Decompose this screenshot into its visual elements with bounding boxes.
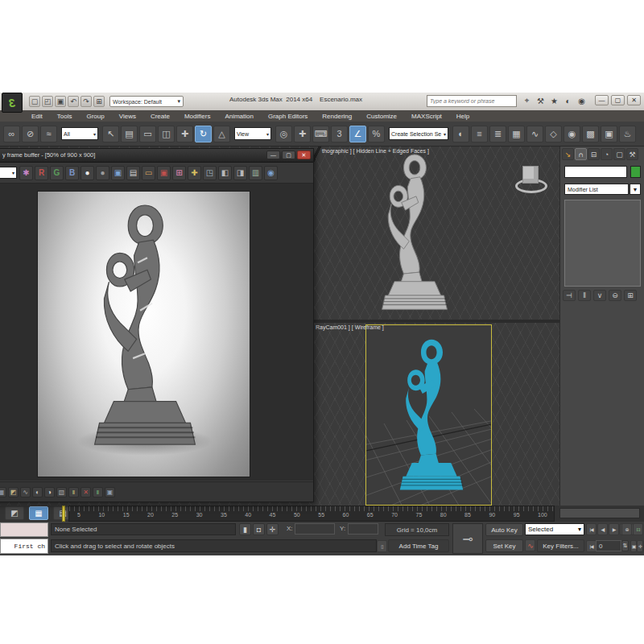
ribbon-icon[interactable]: ▦	[508, 126, 525, 142]
select-and-move-icon[interactable]: ✚	[176, 126, 193, 142]
vfb-pause-icon[interactable]: ‖	[68, 487, 79, 497]
remove-modifier-icon[interactable]: ⊖	[609, 290, 621, 301]
selection-lock-icon[interactable]: ▮	[239, 523, 251, 535]
blue-channel-icon[interactable]: B	[65, 166, 79, 180]
color-corrections-icon[interactable]: ✱	[19, 166, 33, 180]
menu-item[interactable]: Rendering	[315, 113, 359, 120]
select-object-icon[interactable]: ↖	[102, 126, 119, 142]
menu-item[interactable]: Help	[449, 113, 477, 120]
vfb-close-button[interactable]: ✕	[297, 151, 311, 159]
favorites-icon[interactable]: ★	[549, 95, 559, 106]
monochrome-icon[interactable]: ●	[80, 166, 94, 180]
select-and-manipulate-icon[interactable]: ✚	[294, 126, 311, 142]
snaps-toggle-icon[interactable]: 3	[331, 126, 348, 142]
rendered-image[interactable]	[37, 191, 250, 477]
zoom-icon[interactable]: ⊕	[621, 523, 632, 535]
menu-item[interactable]: Animation	[217, 113, 261, 120]
sign-in-icon[interactable]: ◐	[563, 95, 573, 106]
compare-a-icon[interactable]: ◧	[218, 166, 232, 180]
configure-modifier-sets-icon[interactable]: ⊞	[624, 290, 637, 301]
selected-dropdown[interactable]: Selected▾	[525, 523, 584, 535]
3dsmax-logo-icon[interactable]: 3	[2, 93, 23, 113]
bind-to-space-warp-icon[interactable]: ≈	[40, 126, 57, 142]
sculpture-camera-view[interactable]	[389, 338, 474, 496]
time-slider[interactable]	[62, 506, 65, 522]
app-minimize-button[interactable]: —	[595, 95, 609, 105]
set-key-button[interactable]: Set Key	[485, 539, 523, 552]
project-folder-icon[interactable]: ⊞	[93, 96, 105, 107]
set-key-toggle[interactable]: ⊸	[452, 523, 483, 554]
time-ruler[interactable]: 5101520253035404550556065707580859095100	[68, 506, 555, 522]
camera-safe-frame[interactable]	[365, 324, 492, 506]
red-channel-icon[interactable]: R	[35, 166, 48, 180]
communication-center-icon[interactable]: ⚒	[535, 95, 546, 106]
align-icon[interactable]: ≡	[471, 126, 488, 142]
modifier-stack[interactable]	[564, 200, 641, 287]
menu-item[interactable]: Views	[112, 113, 143, 120]
track-bar-end[interactable]	[559, 508, 640, 518]
object-name-field[interactable]	[564, 166, 627, 178]
redo-icon[interactable]: ↷	[80, 96, 92, 107]
app-close-button[interactable]: ✕	[627, 95, 641, 105]
vfb-channel-dropdown[interactable]: ▾	[0, 167, 17, 179]
rectangular-selection-icon[interactable]: ▭	[139, 126, 156, 142]
select-and-scale-icon[interactable]: △	[213, 126, 230, 142]
make-unique-icon[interactable]: ∨	[593, 290, 606, 301]
vfb-maximize-button[interactable]: ▢	[282, 151, 295, 159]
keyboard-override-icon[interactable]: ⌨	[312, 126, 329, 142]
workspace-dropdown[interactable]: Workspace: Default▾	[109, 96, 184, 107]
help-icon[interactable]: ◉	[576, 95, 587, 106]
zoom-extents-icon[interactable]: ⊡	[633, 523, 643, 535]
curve-editor-icon[interactable]: ∿	[526, 126, 543, 142]
sculpture-wireframe[interactable]	[366, 153, 463, 316]
duplicate-buffer-icon[interactable]: ⊞	[172, 166, 186, 180]
tab-create[interactable]: ↘	[562, 148, 574, 160]
x-coordinate-field[interactable]	[295, 523, 335, 535]
menu-item[interactable]: Customize	[359, 113, 404, 120]
viewport-label-orthographic[interactable]: thographic ] [ Hidden Line + Edged Faces…	[322, 148, 429, 154]
pin-stack-icon[interactable]: ⊣	[563, 290, 576, 301]
object-color-swatch[interactable]	[630, 166, 641, 178]
menu-item[interactable]: Edit	[24, 113, 50, 120]
stamp-icon[interactable]: ▥	[249, 166, 262, 180]
named-selection-sets-dropdown[interactable]: Create Selection Se▾	[389, 127, 448, 140]
vfb-title-bar[interactable]: y frame buffer - [50% of 900 x 900] —▢✕	[0, 149, 313, 163]
vfb-correction-icon[interactable]: ◩	[8, 487, 19, 497]
vfb-minimize-button[interactable]: —	[266, 151, 280, 159]
helper-object[interactable]	[514, 164, 551, 196]
angle-snap-icon[interactable]: ∠	[349, 126, 366, 142]
y-coordinate-field[interactable]	[348, 523, 378, 535]
lens-effects-icon[interactable]: ◉	[264, 166, 278, 180]
modifier-list-caret[interactable]: ▼	[630, 184, 641, 195]
maxscript-listener-input[interactable]: First ch	[0, 539, 48, 554]
key-mode-toggle-icon[interactable]: ◩	[5, 506, 24, 520]
set-key-wave-icon[interactable]: ∿	[525, 539, 535, 551]
vfb-stop-icon[interactable]: ✕	[80, 487, 91, 497]
key-filters-button[interactable]: Key Filters...	[537, 539, 584, 552]
app-maximize-button[interactable]: ▢	[611, 95, 625, 105]
undo-icon[interactable]: ↶	[68, 96, 79, 107]
previous-frame-icon[interactable]: ◀|	[597, 523, 608, 535]
tab-modify[interactable]: ∩	[575, 148, 587, 160]
lock-toggle-icon[interactable]: ◘	[253, 523, 265, 535]
material-editor-icon[interactable]: ◉	[564, 126, 580, 142]
alpha-channel-icon[interactable]: ●	[96, 166, 109, 180]
play-icon[interactable]: ▶	[609, 523, 619, 535]
percent-snap-icon[interactable]: %	[368, 126, 385, 142]
load-image-icon[interactable]: ▤	[126, 166, 140, 180]
select-and-rotate-icon[interactable]: ↻	[195, 126, 212, 142]
save-file-icon[interactable]: ▣	[55, 96, 66, 107]
absolute-offset-icon[interactable]: ✛	[266, 523, 279, 535]
search-icon[interactable]: ⌖	[522, 95, 532, 106]
pan-icon[interactable]: ✛	[637, 540, 643, 552]
reference-coordinate-dropdown[interactable]: View▾	[234, 127, 271, 140]
selection-filter-dropdown[interactable]: All▾	[61, 127, 98, 140]
save-image-icon[interactable]: ▣	[111, 166, 125, 180]
select-and-link-icon[interactable]: ∞	[3, 126, 20, 142]
select-by-name-icon[interactable]: ▤	[121, 126, 138, 142]
time-configuration-icon[interactable]: ▦	[29, 506, 48, 520]
layer-manager-icon[interactable]: ≣	[489, 126, 506, 142]
search-input[interactable]	[427, 95, 517, 107]
maxscript-listener-output[interactable]	[0, 522, 48, 537]
vfb-image-icon[interactable]: ▦	[0, 487, 6, 497]
